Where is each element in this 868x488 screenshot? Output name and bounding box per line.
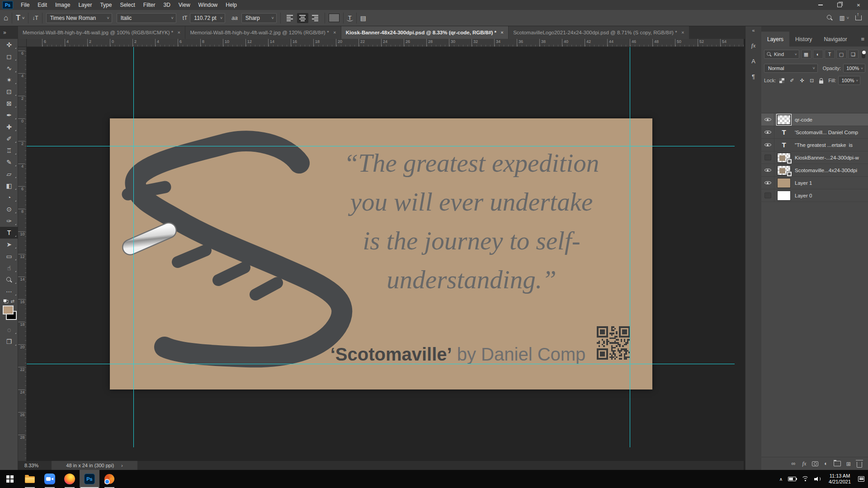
filter-pixel-layers-icon[interactable]: ▦: [801, 50, 811, 59]
panel-tab-history[interactable]: History: [789, 32, 818, 47]
menu-type[interactable]: Type: [96, 0, 116, 10]
guide-horizontal-bottom[interactable]: [27, 364, 735, 364]
document-info[interactable]: 48 in x 24 in (300 ppi) ›: [52, 461, 137, 470]
lock-transparency-icon[interactable]: [779, 78, 784, 83]
volume-icon[interactable]: [814, 476, 821, 482]
document-tab-1[interactable]: Memorial-Wall-8ft-high-by-4ft-wall.jpg @…: [18, 26, 185, 39]
pen-tool[interactable]: ✑: [0, 215, 18, 227]
type-tool-preset-button[interactable]: T˅: [16, 14, 24, 22]
swap-colors-icon[interactable]: ⇄: [11, 299, 14, 304]
visibility-toggle[interactable]: [761, 151, 774, 164]
kind-filter-select[interactable]: Kind ˅: [764, 50, 799, 59]
visibility-toggle[interactable]: [761, 189, 774, 202]
tab-close-icon[interactable]: ✕: [333, 30, 336, 35]
font-size-select[interactable]: 110.72 pt˅: [190, 13, 225, 23]
layer-row-the-greatest-ertake-is[interactable]: T"The greatest ...ertake is: [761, 139, 868, 151]
zoom-tool[interactable]: [0, 274, 18, 286]
layer-filtering-toggle[interactable]: [862, 50, 865, 58]
text-orientation-button[interactable]: ↓T: [32, 15, 38, 21]
crop-tool[interactable]: ⊡: [0, 86, 18, 98]
home-icon[interactable]: ⌂: [4, 14, 8, 23]
healing-brush-tool[interactable]: ✚: [0, 121, 18, 133]
tab-close-icon[interactable]: ✕: [500, 30, 504, 35]
font-family-select[interactable]: Times New Roman˅: [46, 13, 112, 23]
opacity-field[interactable]: 100%˅: [843, 64, 865, 73]
wifi-icon[interactable]: [802, 476, 809, 482]
align-center-button[interactable]: [297, 13, 308, 23]
menu-window[interactable]: Window: [194, 0, 222, 10]
tab-overflow-chevron[interactable]: »: [0, 26, 18, 39]
text-color-swatch[interactable]: [329, 14, 340, 22]
zoom-app[interactable]: [40, 470, 60, 488]
layer-row-scotomaville-4x24-300dpi[interactable]: Scotomaville...4x24-300dpi: [761, 164, 868, 177]
paragraph-panel-icon[interactable]: ¶: [745, 70, 761, 83]
dodge-tool[interactable]: ⊙: [0, 203, 18, 215]
layer-row-qr-code[interactable]: qr-code: [761, 113, 868, 126]
blend-mode-select[interactable]: Normal˅: [764, 64, 818, 73]
panel-tab-navigator[interactable]: Navigator: [818, 32, 853, 47]
add-layer-mask-button[interactable]: [812, 461, 818, 466]
align-left-button[interactable]: [284, 13, 296, 23]
lock-all-icon[interactable]: [819, 80, 823, 84]
layer-row-layer-0[interactable]: Layer 0: [761, 189, 868, 202]
default-colors-icon[interactable]: [3, 299, 8, 303]
horizontal-ruler[interactable]: 6420246810121416182022242628303234363840…: [27, 39, 744, 47]
visibility-toggle[interactable]: [761, 177, 774, 189]
menu-file[interactable]: File: [17, 0, 33, 10]
file-explorer-app[interactable]: [20, 470, 40, 488]
document-tab-3[interactable]: Kiosk-Banner-48x24-300dpi.psd @ 8.33% (q…: [341, 26, 508, 39]
new-group-button[interactable]: [834, 461, 841, 466]
ruler-origin-corner[interactable]: [18, 39, 27, 47]
guide-horizontal-top[interactable]: [27, 146, 735, 146]
photoshop-app[interactable]: Ps: [80, 470, 99, 488]
lock-pixels-icon[interactable]: ✐: [788, 78, 796, 84]
layer-row-layer-1[interactable]: Layer 1: [761, 177, 868, 189]
foreground-color-swatch[interactable]: [3, 305, 14, 314]
collapse-panels-icon[interactable]: «: [745, 26, 761, 33]
minimize-button[interactable]: [811, 0, 830, 10]
guide-vertical-right[interactable]: [630, 47, 630, 447]
move-tool[interactable]: ✜: [0, 39, 18, 51]
gradient-tool[interactable]: ◧: [0, 180, 18, 192]
menu-help[interactable]: Help: [222, 0, 241, 10]
layer-row-kioskbanner-24-300dpi-w[interactable]: KioskBanner-...24-300dpi-w: [761, 151, 868, 164]
menu-filter[interactable]: Filter: [139, 0, 160, 10]
eyedropper-tool[interactable]: ✒: [0, 109, 18, 121]
status-chevron-icon[interactable]: ›: [121, 463, 123, 468]
eraser-tool[interactable]: ▱: [0, 168, 18, 180]
fill-field[interactable]: 100%˅: [838, 76, 860, 85]
align-right-button[interactable]: [310, 13, 321, 23]
edit-toolbar[interactable]: ⋯: [0, 286, 18, 297]
canvas-area[interactable]: “The greatest expeditionyou will ever un…: [27, 47, 744, 461]
action-center-icon[interactable]: [858, 476, 864, 482]
capture-app[interactable]: [99, 470, 119, 488]
screen-mode-button[interactable]: ❐: [0, 336, 18, 347]
new-adjustment-layer-button[interactable]: ◐: [823, 460, 829, 467]
zoom-level-field[interactable]: 8.33%: [24, 463, 45, 468]
link-layers-button[interactable]: ∞: [790, 460, 797, 467]
tray-expand-icon[interactable]: ∧: [779, 477, 783, 482]
clone-stamp-tool[interactable]: ♖: [0, 145, 18, 156]
add-layer-style-button[interactable]: fx: [801, 460, 807, 467]
document-tab-2[interactable]: Memorial-Wall-8ft-high-by-4ft-wall-2.jpg…: [185, 26, 340, 39]
visibility-toggle[interactable]: [761, 113, 774, 126]
guide-vertical-left[interactable]: [133, 47, 134, 447]
visibility-toggle[interactable]: [761, 139, 774, 151]
document-tab-4[interactable]: ScotomavilleLogo2021-24x24-300dpi.psd @ …: [509, 26, 689, 39]
history-brush-tool[interactable]: ✎: [0, 156, 18, 168]
shape-tool[interactable]: ▭: [0, 250, 18, 262]
lasso-tool[interactable]: ∿: [0, 62, 18, 74]
menu-3d[interactable]: 3D: [159, 0, 174, 10]
burn-tool[interactable]: ◔: [0, 192, 18, 203]
lock-artboard-icon[interactable]: ⊡: [808, 78, 816, 84]
restore-button[interactable]: [830, 0, 849, 10]
type-tool[interactable]: T: [0, 227, 18, 239]
anti-alias-select[interactable]: Sharp˅: [241, 13, 277, 23]
font-style-select[interactable]: Italic˅: [117, 13, 176, 23]
close-button[interactable]: ✕: [849, 0, 868, 10]
lock-position-icon[interactable]: ✜: [798, 78, 806, 84]
marquee-tool[interactable]: ◻: [0, 51, 18, 62]
menu-view[interactable]: View: [175, 0, 194, 10]
vertical-ruler[interactable]: 6420246810121416182022242628: [18, 47, 27, 461]
menu-layer[interactable]: Layer: [74, 0, 96, 10]
